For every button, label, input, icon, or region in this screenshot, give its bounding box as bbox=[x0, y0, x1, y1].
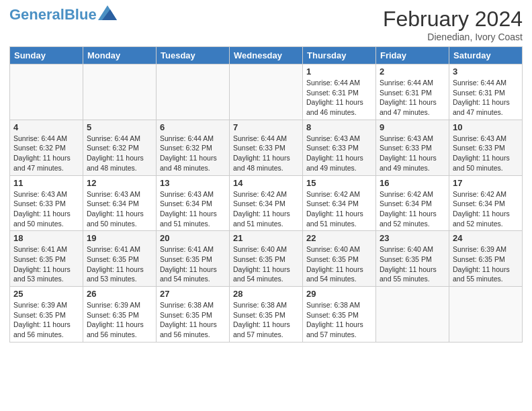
day-info: Sunrise: 6:38 AMSunset: 6:35 PMDaylight:… bbox=[160, 300, 226, 340]
calendar-week-row: 1Sunrise: 6:44 AMSunset: 6:31 PMDaylight… bbox=[10, 64, 523, 120]
table-cell: 20Sunrise: 6:41 AMSunset: 6:35 PMDayligh… bbox=[157, 231, 230, 287]
table-cell: 11Sunrise: 6:43 AMSunset: 6:33 PMDayligh… bbox=[10, 175, 83, 231]
day-number: 15 bbox=[306, 178, 372, 188]
day-info: Sunrise: 6:44 AMSunset: 6:32 PMDaylight:… bbox=[13, 134, 79, 173]
table-cell: 5Sunrise: 6:44 AMSunset: 6:32 PMDaylight… bbox=[83, 120, 157, 175]
day-info: Sunrise: 6:38 AMSunset: 6:35 PMDaylight:… bbox=[233, 300, 299, 340]
table-cell: 6Sunrise: 6:44 AMSunset: 6:32 PMDaylight… bbox=[157, 120, 230, 175]
day-number: 19 bbox=[87, 233, 152, 243]
table-cell bbox=[10, 64, 83, 120]
table-cell: 27Sunrise: 6:38 AMSunset: 6:35 PMDayligh… bbox=[157, 287, 230, 342]
day-info: Sunrise: 6:42 AMSunset: 6:34 PMDaylight:… bbox=[453, 189, 519, 229]
col-sunday: Sunday bbox=[10, 47, 83, 64]
day-info: Sunrise: 6:40 AMSunset: 6:35 PMDaylight:… bbox=[380, 244, 445, 284]
day-number: 17 bbox=[453, 178, 519, 188]
day-info: Sunrise: 6:44 AMSunset: 6:31 PMDaylight:… bbox=[306, 78, 372, 118]
day-number: 9 bbox=[380, 122, 445, 132]
day-info: Sunrise: 6:44 AMSunset: 6:32 PMDaylight:… bbox=[87, 134, 152, 173]
table-cell: 10Sunrise: 6:43 AMSunset: 6:33 PMDayligh… bbox=[449, 120, 523, 175]
logo: GeneralBlue bbox=[9, 7, 117, 23]
day-info: Sunrise: 6:44 AMSunset: 6:32 PMDaylight:… bbox=[160, 134, 226, 173]
day-number: 27 bbox=[160, 289, 226, 299]
day-number: 25 bbox=[13, 289, 79, 299]
table-cell: 24Sunrise: 6:39 AMSunset: 6:35 PMDayligh… bbox=[449, 231, 523, 287]
table-cell: 3Sunrise: 6:44 AMSunset: 6:31 PMDaylight… bbox=[449, 64, 523, 120]
day-number: 11 bbox=[13, 178, 79, 188]
table-cell: 13Sunrise: 6:43 AMSunset: 6:34 PMDayligh… bbox=[157, 175, 230, 231]
table-cell: 2Sunrise: 6:44 AMSunset: 6:31 PMDaylight… bbox=[376, 64, 449, 120]
day-info: Sunrise: 6:44 AMSunset: 6:31 PMDaylight:… bbox=[380, 78, 445, 118]
table-cell bbox=[83, 64, 157, 120]
day-info: Sunrise: 6:43 AMSunset: 6:33 PMDaylight:… bbox=[380, 134, 445, 173]
day-info: Sunrise: 6:41 AMSunset: 6:35 PMDaylight:… bbox=[160, 244, 226, 284]
table-cell: 28Sunrise: 6:38 AMSunset: 6:35 PMDayligh… bbox=[230, 287, 303, 342]
day-number: 6 bbox=[160, 122, 226, 132]
subtitle: Dienedian, Ivory Coast bbox=[383, 32, 523, 42]
day-number: 22 bbox=[306, 233, 372, 243]
day-info: Sunrise: 6:44 AMSunset: 6:33 PMDaylight:… bbox=[233, 134, 299, 173]
table-cell: 1Sunrise: 6:44 AMSunset: 6:31 PMDaylight… bbox=[303, 64, 376, 120]
day-number: 16 bbox=[380, 178, 445, 188]
col-friday: Friday bbox=[376, 47, 449, 64]
calendar-week-row: 11Sunrise: 6:43 AMSunset: 6:33 PMDayligh… bbox=[10, 175, 523, 231]
day-number: 7 bbox=[233, 122, 299, 132]
table-cell bbox=[230, 64, 303, 120]
table-cell: 26Sunrise: 6:39 AMSunset: 6:35 PMDayligh… bbox=[83, 287, 157, 342]
day-number: 18 bbox=[13, 233, 79, 243]
day-number: 2 bbox=[380, 66, 445, 77]
calendar-table: Sunday Monday Tuesday Wednesday Thursday… bbox=[9, 46, 523, 342]
day-number: 26 bbox=[87, 289, 152, 299]
day-info: Sunrise: 6:44 AMSunset: 6:31 PMDaylight:… bbox=[453, 78, 519, 118]
table-cell: 18Sunrise: 6:41 AMSunset: 6:35 PMDayligh… bbox=[10, 231, 83, 287]
table-cell bbox=[449, 287, 523, 342]
table-cell: 22Sunrise: 6:40 AMSunset: 6:35 PMDayligh… bbox=[303, 231, 376, 287]
table-cell: 17Sunrise: 6:42 AMSunset: 6:34 PMDayligh… bbox=[449, 175, 523, 231]
table-cell: 25Sunrise: 6:39 AMSunset: 6:35 PMDayligh… bbox=[10, 287, 83, 342]
day-number: 23 bbox=[380, 233, 445, 243]
table-cell: 15Sunrise: 6:42 AMSunset: 6:34 PMDayligh… bbox=[303, 175, 376, 231]
day-info: Sunrise: 6:43 AMSunset: 6:33 PMDaylight:… bbox=[306, 134, 372, 173]
month-title: February 2024 bbox=[383, 7, 523, 32]
table-cell: 12Sunrise: 6:43 AMSunset: 6:34 PMDayligh… bbox=[83, 175, 157, 231]
day-number: 4 bbox=[13, 122, 79, 132]
header: GeneralBlue February 2024 Dienedian, Ivo… bbox=[9, 7, 523, 42]
day-number: 24 bbox=[453, 233, 519, 243]
day-number: 8 bbox=[306, 122, 372, 132]
table-cell bbox=[376, 287, 449, 342]
day-info: Sunrise: 6:42 AMSunset: 6:34 PMDaylight:… bbox=[306, 189, 372, 229]
table-cell: 29Sunrise: 6:38 AMSunset: 6:35 PMDayligh… bbox=[303, 287, 376, 342]
page: GeneralBlue February 2024 Dienedian, Ivo… bbox=[0, 0, 532, 349]
table-cell: 16Sunrise: 6:42 AMSunset: 6:34 PMDayligh… bbox=[376, 175, 449, 231]
table-cell: 7Sunrise: 6:44 AMSunset: 6:33 PMDaylight… bbox=[230, 120, 303, 175]
col-wednesday: Wednesday bbox=[230, 47, 303, 64]
col-monday: Monday bbox=[83, 47, 157, 64]
table-cell: 14Sunrise: 6:42 AMSunset: 6:34 PMDayligh… bbox=[230, 175, 303, 231]
table-cell: 8Sunrise: 6:43 AMSunset: 6:33 PMDaylight… bbox=[303, 120, 376, 175]
calendar-header-row: Sunday Monday Tuesday Wednesday Thursday… bbox=[10, 47, 523, 64]
table-cell: 4Sunrise: 6:44 AMSunset: 6:32 PMDaylight… bbox=[10, 120, 83, 175]
day-number: 20 bbox=[160, 233, 226, 243]
day-info: Sunrise: 6:43 AMSunset: 6:33 PMDaylight:… bbox=[13, 189, 79, 229]
day-number: 14 bbox=[233, 178, 299, 188]
title-section: February 2024 Dienedian, Ivory Coast bbox=[383, 7, 523, 42]
col-tuesday: Tuesday bbox=[157, 47, 230, 64]
table-cell bbox=[157, 64, 230, 120]
day-info: Sunrise: 6:40 AMSunset: 6:35 PMDaylight:… bbox=[233, 244, 299, 284]
day-info: Sunrise: 6:43 AMSunset: 6:33 PMDaylight:… bbox=[453, 134, 519, 173]
day-info: Sunrise: 6:41 AMSunset: 6:35 PMDaylight:… bbox=[13, 244, 79, 284]
day-info: Sunrise: 6:39 AMSunset: 6:35 PMDaylight:… bbox=[87, 300, 152, 340]
table-cell: 23Sunrise: 6:40 AMSunset: 6:35 PMDayligh… bbox=[376, 231, 449, 287]
day-number: 12 bbox=[87, 178, 152, 188]
day-number: 13 bbox=[160, 178, 226, 188]
day-number: 10 bbox=[453, 122, 519, 132]
day-number: 21 bbox=[233, 233, 299, 243]
day-info: Sunrise: 6:42 AMSunset: 6:34 PMDaylight:… bbox=[380, 189, 445, 229]
table-cell: 9Sunrise: 6:43 AMSunset: 6:33 PMDaylight… bbox=[376, 120, 449, 175]
day-info: Sunrise: 6:40 AMSunset: 6:35 PMDaylight:… bbox=[306, 244, 372, 284]
calendar-week-row: 25Sunrise: 6:39 AMSunset: 6:35 PMDayligh… bbox=[10, 287, 523, 342]
table-cell: 21Sunrise: 6:40 AMSunset: 6:35 PMDayligh… bbox=[230, 231, 303, 287]
day-info: Sunrise: 6:43 AMSunset: 6:34 PMDaylight:… bbox=[87, 189, 152, 229]
logo-blue: Blue bbox=[64, 6, 97, 23]
day-info: Sunrise: 6:38 AMSunset: 6:35 PMDaylight:… bbox=[306, 300, 372, 340]
logo-icon bbox=[98, 5, 117, 20]
